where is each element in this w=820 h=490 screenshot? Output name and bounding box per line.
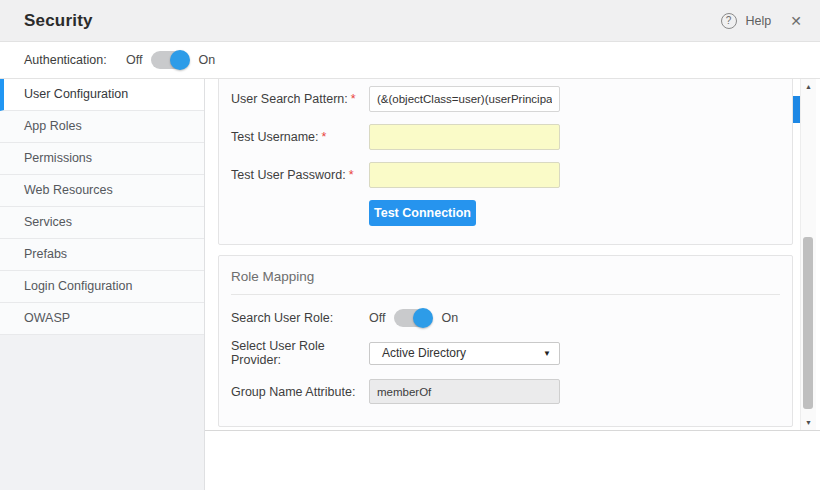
search-user-role-toggle-group: Off On [369, 309, 458, 327]
dialog-header: Security ? Help ✕ [0, 0, 820, 42]
close-icon[interactable]: ✕ [790, 13, 802, 29]
group-name-attribute-row: Group Name Attribute: [231, 379, 780, 404]
help-icon[interactable]: ? [721, 13, 737, 29]
dropdown-arrow-icon: ▼ [543, 349, 551, 358]
authentication-off-label: Off [126, 53, 142, 67]
search-user-role-off-label: Off [369, 311, 385, 325]
search-user-role-toggle[interactable] [394, 309, 432, 327]
user-search-panel: User Search Pattern:* Test Username:* Te… [218, 79, 793, 245]
scroll-up-icon[interactable]: ▲ [801, 83, 816, 90]
role-mapping-panel: Role Mapping Search User Role: Off On Se… [218, 255, 793, 427]
group-name-attribute-input [369, 379, 560, 404]
test-user-password-label: Test User Password:* [231, 168, 369, 182]
settings-sidebar: User Configuration App Roles Permissions… [0, 79, 205, 490]
test-connection-button[interactable]: Test Connection [369, 200, 476, 226]
search-user-role-label: Search User Role: [231, 311, 369, 325]
required-marker: * [351, 92, 356, 106]
sidebar-item-owasp[interactable]: OWASP [0, 303, 204, 335]
sidebar-item-user-configuration[interactable]: User Configuration [0, 79, 204, 111]
security-dialog: Security ? Help ✕ Authentication: Off On… [0, 0, 820, 490]
sidebar-item-prefabs[interactable]: Prefabs [0, 239, 204, 271]
user-role-provider-label: Select User Role Provider: [231, 339, 369, 367]
vertical-scrollbar[interactable]: ▲ ▼ [800, 79, 816, 430]
user-search-pattern-row: User Search Pattern:* [231, 86, 780, 112]
toggle-knob [413, 308, 433, 328]
sidebar-item-services[interactable]: Services [0, 207, 204, 239]
scrollbar-thumb[interactable] [803, 237, 813, 409]
authentication-toggle[interactable] [151, 51, 189, 69]
sidebar-item-app-roles[interactable]: App Roles [0, 111, 204, 143]
test-username-input[interactable] [369, 124, 560, 150]
user-search-pattern-input[interactable] [369, 86, 560, 112]
role-mapping-title: Role Mapping [231, 256, 780, 294]
user-role-provider-select[interactable]: Active Directory ▼ [369, 342, 560, 365]
user-search-pattern-label: User Search Pattern:* [231, 92, 369, 106]
sidebar-item-web-resources[interactable]: Web Resources [0, 175, 204, 207]
authentication-label: Authentication: [24, 53, 104, 67]
scroll-viewport: User Search Pattern:* Test Username:* Te… [205, 79, 820, 431]
test-user-password-input[interactable] [369, 162, 560, 188]
authentication-on-label: On [198, 53, 215, 67]
sidebar-item-login-configuration[interactable]: Login Configuration [0, 271, 204, 303]
toggle-knob [170, 50, 190, 70]
section-divider [231, 294, 780, 295]
authentication-row: Authentication: Off On [0, 42, 820, 79]
search-user-role-on-label: On [441, 311, 458, 325]
scroll-down-icon[interactable]: ▼ [801, 419, 816, 426]
search-user-role-row: Search User Role: Off On [231, 309, 780, 327]
sidebar-item-permissions[interactable]: Permissions [0, 143, 204, 175]
group-name-attribute-label: Group Name Attribute: [231, 385, 369, 399]
user-role-provider-row: Select User Role Provider: Active Direct… [231, 339, 780, 367]
user-role-provider-value: Active Directory [382, 346, 543, 360]
help-link[interactable]: Help [746, 14, 772, 28]
test-username-row: Test Username:* [231, 124, 780, 150]
page-title: Security [24, 11, 93, 31]
required-marker: * [349, 168, 354, 182]
header-actions: ? Help ✕ [721, 13, 802, 29]
main-content: User Search Pattern:* Test Username:* Te… [205, 79, 820, 490]
test-user-password-row: Test User Password:* [231, 162, 780, 188]
required-marker: * [322, 130, 327, 144]
authentication-toggle-group: Off On [126, 51, 215, 69]
test-username-label: Test Username:* [231, 130, 369, 144]
